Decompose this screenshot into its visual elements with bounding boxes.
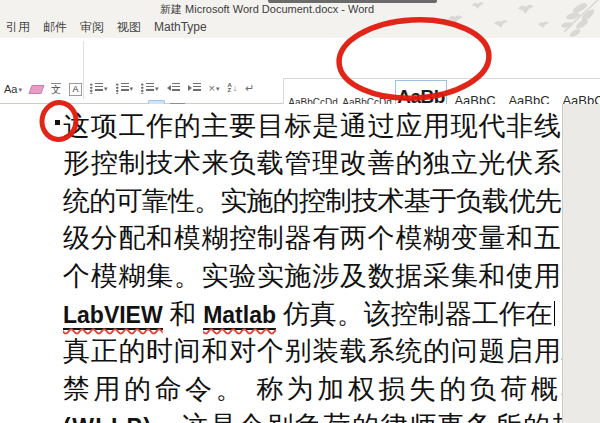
document-area: 这项工作的主要目标是通过应用现代非线 形控制技术来负载管理改善的独立光伏系 统的… bbox=[0, 104, 600, 423]
text-line[interactable]: 禁用的命令。 称为加权损失的负荷概率 bbox=[63, 371, 563, 409]
sort-icon: AZ bbox=[228, 83, 232, 94]
asian-layout-button[interactable]: × ▾ bbox=[207, 79, 222, 97]
decrease-indent-icon bbox=[167, 85, 171, 91]
text-line[interactable]: LabVIEW 和 Matlab 仿真。该控制器工作在 bbox=[63, 296, 563, 334]
eraser-icon bbox=[28, 85, 44, 94]
character-border-button[interactable]: A bbox=[67, 80, 84, 98]
tab-review[interactable]: 审阅 bbox=[80, 19, 104, 36]
document-page[interactable]: 这项工作的主要目标是通过应用现代非线 形控制技术来负载管理改善的独立光伏系 统的… bbox=[0, 104, 563, 423]
text-line[interactable]: 级分配和模糊控制器有两个模糊变量和五 bbox=[63, 220, 563, 258]
acronym-wllp: (WLLP) bbox=[63, 414, 152, 423]
text-cursor bbox=[554, 301, 556, 326]
chevron-down-icon: ▾ bbox=[18, 86, 22, 93]
decrease-indent-button[interactable] bbox=[165, 79, 182, 97]
spellcheck-word-matlab: Matlab bbox=[203, 302, 276, 330]
ribbon: Aa ▾ 文 A ▾ bbox=[0, 38, 600, 104]
multilevel-list-button[interactable]: ▾ bbox=[139, 79, 161, 97]
bullet-list-button[interactable]: ▾ bbox=[88, 79, 110, 97]
text-line[interactable]: 这项工作的主要目标是通过应用现代非线 bbox=[63, 108, 563, 146]
scrollbar-area[interactable] bbox=[564, 104, 600, 423]
show-formatting-marks-button[interactable]: ↵ bbox=[243, 79, 256, 97]
title-bar: 新建 Microsoft Word Document.docx - Word bbox=[0, 0, 600, 16]
change-case-button[interactable]: Aa ▾ bbox=[2, 80, 24, 98]
phonetic-guide-button[interactable]: 文 bbox=[49, 80, 63, 98]
window-title: 新建 Microsoft Word Document.docx - Word bbox=[160, 2, 374, 17]
text-line[interactable]: 个模糊集。实验实施涉及数据采集和使用 bbox=[63, 258, 563, 296]
document-text: 这项工作的主要目标是通过应用现代非线 形控制技术来负载管理改善的独立光伏系 统的… bbox=[63, 108, 563, 423]
heading-paragraph-marker bbox=[55, 120, 60, 125]
chevron-down-icon: ▾ bbox=[130, 85, 134, 92]
numbered-list-button[interactable]: ▾ bbox=[114, 79, 136, 97]
character-border-icon: A bbox=[69, 83, 82, 96]
chevron-down-icon: ▾ bbox=[104, 85, 108, 92]
sort-button[interactable]: AZ ↓ bbox=[226, 79, 240, 97]
bullet-list-icon bbox=[90, 83, 93, 94]
chevron-down-icon: ▾ bbox=[155, 85, 159, 92]
group-divider bbox=[83, 41, 84, 99]
chevron-down-icon: ▾ bbox=[216, 85, 220, 92]
multilevel-list-icon bbox=[141, 83, 144, 94]
change-case-icon: Aa bbox=[4, 83, 17, 95]
text-line[interactable]: 统的可靠性。实施的控制技术基于负载优先 bbox=[63, 183, 563, 221]
increase-indent-icon bbox=[188, 85, 192, 91]
phonetic-guide-icon: 文 bbox=[51, 83, 61, 95]
text-line[interactable]: 真正的时间和对个别装载系统的问题启用/ bbox=[63, 333, 563, 371]
tab-mathtype[interactable]: MathType bbox=[154, 20, 207, 34]
formatting-marks-icon: ↵ bbox=[245, 83, 254, 94]
tab-view[interactable]: 视图 bbox=[117, 19, 141, 36]
text-line[interactable]: 形控制技术来负载管理改善的独立光伏系 bbox=[63, 145, 563, 183]
tab-references[interactable]: 引用 bbox=[6, 19, 30, 36]
word-window: 新建 Microsoft Word Document.docx - Word 引… bbox=[0, 0, 600, 423]
tab-mailings[interactable]: 邮件 bbox=[43, 19, 67, 36]
text-line[interactable]: (WLLP)，这是个别负荷的律师事务所的加权 bbox=[63, 408, 563, 423]
clear-formatting-button[interactable] bbox=[28, 80, 45, 98]
ribbon-tab-row: 引用 邮件 审阅 视图 MathType bbox=[0, 16, 600, 38]
spellcheck-word-labview: LabVIEW bbox=[63, 302, 163, 330]
increase-indent-button[interactable] bbox=[186, 79, 203, 97]
asian-layout-icon: × bbox=[209, 83, 215, 94]
numbered-list-icon bbox=[116, 83, 119, 94]
